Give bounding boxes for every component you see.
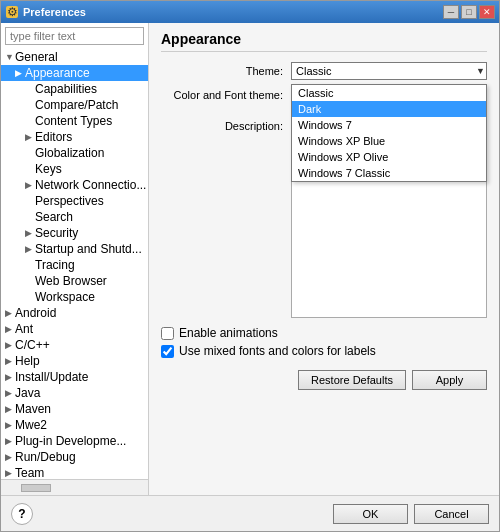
theme-label: Theme: (161, 65, 291, 77)
tree-item-java[interactable]: ▶Java (1, 385, 148, 401)
tree-arrow-icon: ▶ (5, 356, 15, 366)
theme-dropdown: ClassicDarkWindows 7Windows XP BlueWindo… (291, 84, 487, 182)
tree-item-appearance[interactable]: ▶Appearance (1, 65, 148, 81)
tree-item-label: Appearance (25, 66, 90, 80)
cancel-button[interactable]: Cancel (414, 504, 489, 524)
tree-item-keys[interactable]: Keys (1, 161, 148, 177)
maximize-button[interactable]: □ (461, 5, 477, 19)
panel-title: Appearance (161, 31, 487, 52)
tree-item-tracing[interactable]: Tracing (1, 257, 148, 273)
tree-arrow-icon: ▶ (25, 244, 35, 254)
tree-item-maven[interactable]: ▶Maven (1, 401, 148, 417)
tree-arrow-icon: ▶ (5, 308, 15, 318)
theme-select[interactable]: Classic (291, 62, 487, 80)
dropdown-item-winxp-blue[interactable]: Windows XP Blue (292, 133, 486, 149)
tree-arrow-icon: ▶ (25, 180, 35, 190)
tree-arrow-icon: ▶ (5, 420, 15, 430)
apply-button[interactable]: Apply (412, 370, 487, 390)
tree-item-android[interactable]: ▶Android (1, 305, 148, 321)
tree-item-label: Editors (35, 130, 72, 144)
tree: ▼General▶AppearanceCapabilitiesCompare/P… (1, 49, 148, 479)
tree-item-help[interactable]: ▶Help (1, 353, 148, 369)
tree-item-mwe2[interactable]: ▶Mwe2 (1, 417, 148, 433)
tree-item-label: Team (15, 466, 44, 479)
theme-row: Theme: Classic ▼ ClassicDarkWindows 7Win… (161, 62, 487, 80)
tree-item-label: Search (35, 210, 73, 224)
dropdown-item-windows7[interactable]: Windows 7 (292, 117, 486, 133)
description-label: Description: (161, 118, 291, 318)
left-panel: ▼General▶AppearanceCapabilitiesCompare/P… (1, 23, 149, 495)
tree-arrow-icon: ▶ (5, 340, 15, 350)
tree-item-label: Install/Update (15, 370, 88, 384)
tree-item-ant[interactable]: ▶Ant (1, 321, 148, 337)
tree-item-web-browser[interactable]: Web Browser (1, 273, 148, 289)
tree-item-label: Java (15, 386, 40, 400)
tree-item-label: Mwe2 (15, 418, 47, 432)
tree-item-label: Startup and Shutd... (35, 242, 142, 256)
close-button[interactable]: ✕ (479, 5, 495, 19)
tree-arrow-icon: ▶ (5, 388, 15, 398)
tree-item-install-update[interactable]: ▶Install/Update (1, 369, 148, 385)
tree-item-workspace[interactable]: Workspace (1, 289, 148, 305)
horizontal-scrollbar[interactable] (1, 479, 148, 495)
tree-item-editors[interactable]: ▶Editors (1, 129, 148, 145)
tree-item-perspectives[interactable]: Perspectives (1, 193, 148, 209)
tree-item-label: Keys (35, 162, 62, 176)
dropdown-item-winxp-olive[interactable]: Windows XP Olive (292, 149, 486, 165)
mixed-fonts-row: Use mixed fonts and colors for labels (161, 344, 487, 358)
button-row: Restore Defaults Apply (161, 370, 487, 390)
color-font-label: Color and Font theme: (161, 89, 291, 101)
tree-arrow-icon: ▶ (25, 132, 35, 142)
tree-item-team[interactable]: ▶Team (1, 465, 148, 479)
preferences-window: ⚙ Preferences ─ □ ✕ ▼General▶AppearanceC… (0, 0, 500, 532)
mixed-fonts-checkbox[interactable] (161, 345, 174, 358)
tree-item-label: Tracing (35, 258, 75, 272)
tree-arrow-icon: ▶ (5, 436, 15, 446)
tree-item-label: Content Types (35, 114, 112, 128)
tree-item-label: Web Browser (35, 274, 107, 288)
dropdown-item-classic[interactable]: Classic (292, 85, 486, 101)
tree-item-security[interactable]: ▶Security (1, 225, 148, 241)
bottom-bar: ? OK Cancel (1, 495, 499, 531)
tree-item-network-conn[interactable]: ▶Network Connectio... (1, 177, 148, 193)
tree-item-compare-patch[interactable]: Compare/Patch (1, 97, 148, 113)
filter-input[interactable] (5, 27, 144, 45)
tree-item-plugin-dev[interactable]: ▶Plug-in Developme... (1, 433, 148, 449)
tree-item-label: Network Connectio... (35, 178, 146, 192)
tree-item-capabilities[interactable]: Capabilities (1, 81, 148, 97)
dropdown-item-dark[interactable]: Dark (292, 101, 486, 117)
tree-arrow-icon: ▶ (15, 68, 25, 78)
tree-item-label: Workspace (35, 290, 95, 304)
tree-item-label: Security (35, 226, 78, 240)
minimize-button[interactable]: ─ (443, 5, 459, 19)
tree-item-globalization[interactable]: Globalization (1, 145, 148, 161)
tree-item-cpp[interactable]: ▶C/C++ (1, 337, 148, 353)
window-controls: ─ □ ✕ (443, 5, 495, 19)
tree-item-label: Globalization (35, 146, 104, 160)
right-panel: Appearance Theme: Classic ▼ ClassicDarkW… (149, 23, 499, 495)
bottom-options: Enable animations Use mixed fonts and co… (161, 326, 487, 362)
restore-defaults-button[interactable]: Restore Defaults (298, 370, 406, 390)
tree-item-general[interactable]: ▼General (1, 49, 148, 65)
tree-item-label: Perspectives (35, 194, 104, 208)
tree-item-search[interactable]: Search (1, 209, 148, 225)
ok-button[interactable]: OK (333, 504, 408, 524)
svg-text:⚙: ⚙ (7, 5, 18, 19)
tree-arrow-icon: ▶ (25, 228, 35, 238)
tree-arrow-icon: ▶ (5, 404, 15, 414)
enable-animations-checkbox[interactable] (161, 327, 174, 340)
tree-arrow-icon: ▶ (5, 324, 15, 334)
tree-item-label: Capabilities (35, 82, 97, 96)
dropdown-item-win7-classic[interactable]: Windows 7 Classic (292, 165, 486, 181)
enable-animations-row: Enable animations (161, 326, 487, 340)
tree-item-label: C/C++ (15, 338, 50, 352)
title-bar: ⚙ Preferences ─ □ ✕ (1, 1, 499, 23)
enable-animations-label: Enable animations (179, 326, 278, 340)
help-button[interactable]: ? (11, 503, 33, 525)
tree-item-content-types[interactable]: Content Types (1, 113, 148, 129)
theme-select-wrapper: Classic ▼ ClassicDarkWindows 7Windows XP… (291, 62, 487, 80)
tree-item-run-debug[interactable]: ▶Run/Debug (1, 449, 148, 465)
tree-arrow-icon: ▶ (5, 372, 15, 382)
tree-item-label: Plug-in Developme... (15, 434, 126, 448)
tree-item-startup[interactable]: ▶Startup and Shutd... (1, 241, 148, 257)
